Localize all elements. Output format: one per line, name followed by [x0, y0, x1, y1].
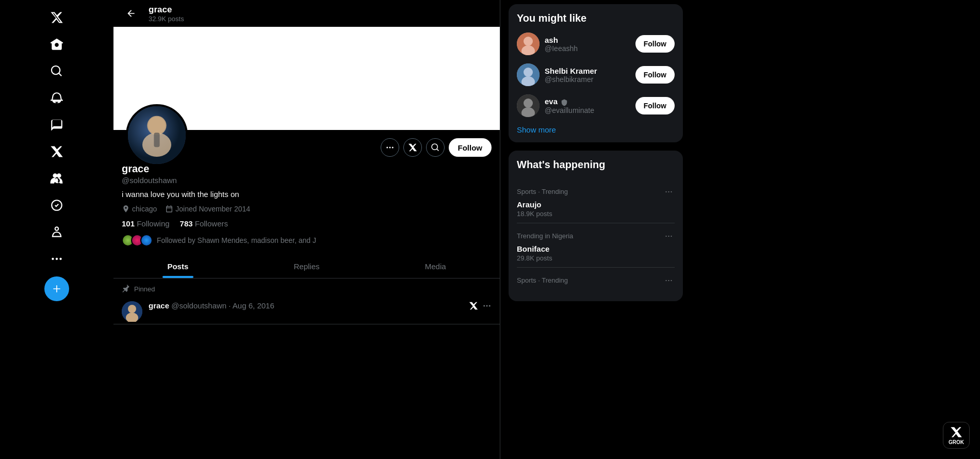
trend-more-boniface[interactable]: ··· — [663, 228, 675, 243]
sidebar-messages[interactable] — [44, 112, 69, 137]
follow-button[interactable]: Follow — [449, 138, 492, 157]
follow-ash-button[interactable]: Follow — [635, 35, 675, 53]
post-meta: grace @soldoutshawn · Aug 6, 2016 — [149, 301, 463, 310]
profile-bio: i wanna love you with the lights on — [122, 190, 492, 199]
trend-more-sports3[interactable]: ··· — [663, 273, 675, 288]
more-options-button[interactable] — [381, 138, 399, 157]
search-profile-button[interactable] — [426, 138, 445, 157]
svg-point-9 — [389, 147, 390, 149]
trend-meta-araujo: Sports · Trending ··· — [517, 184, 675, 199]
post-more-icon[interactable] — [482, 301, 492, 310]
post-actions — [469, 301, 492, 322]
suggest-handle-eva: @evailluminate — [545, 106, 630, 114]
suggest-item-eva: eva @evailluminate Follow — [517, 94, 675, 117]
back-button[interactable] — [122, 4, 140, 23]
post-user-avatar — [122, 301, 142, 322]
suggest-name-shelbi: Shelbi Kramer — [545, 67, 630, 75]
pinned-text: Pinned — [134, 285, 155, 293]
trend-posts-boniface: 29.8K posts — [517, 254, 675, 262]
suggest-handle-ash: @Ieeashh — [545, 44, 630, 53]
svg-point-14 — [483, 305, 485, 307]
grok-fab-label: GROK — [949, 439, 964, 445]
sidebar-more[interactable] — [44, 247, 69, 271]
followed-avatars — [122, 234, 153, 247]
compose-button[interactable] — [44, 276, 69, 301]
svg-point-2 — [59, 258, 61, 260]
profile-name-header: grace — [149, 5, 184, 15]
follower-avatar-3 — [140, 234, 153, 247]
posts-count-header: 32.9K posts — [149, 15, 184, 23]
profile-avatar-wrap — [126, 104, 188, 166]
follow-eva-button[interactable]: Follow — [635, 97, 675, 114]
svg-point-24 — [524, 99, 533, 108]
profile-tabs: Posts Replies Media — [113, 255, 500, 278]
tab-posts[interactable]: Posts — [113, 255, 242, 278]
svg-point-15 — [486, 305, 488, 307]
profile-stats: 101 Following 783 Followers — [122, 219, 492, 228]
trend-meta-sports3: Sports · Trending ··· — [517, 273, 675, 288]
followers-label: Followers — [195, 219, 228, 228]
post-content: grace @soldoutshawn · Aug 6, 2016 — [149, 301, 463, 322]
svg-point-1 — [56, 258, 58, 260]
sidebar-search[interactable] — [44, 59, 69, 84]
post-author: grace — [149, 301, 169, 310]
sidebar-xpremium[interactable] — [44, 139, 69, 164]
profile-avatar[interactable] — [126, 104, 188, 166]
trend-item-boniface: Trending in Nigeria ··· Boniface 29.8K p… — [517, 223, 675, 268]
you-might-like-title: You might like — [517, 12, 675, 24]
svg-point-12 — [128, 305, 136, 313]
sidebar-communities[interactable] — [44, 166, 69, 191]
suggest-name-eva: eva — [545, 97, 630, 106]
profile-followed-by: Followed by Shawn Mendes, madison beer, … — [122, 234, 492, 247]
show-more-link[interactable]: Show more — [517, 125, 675, 134]
follow-shelbi-button[interactable]: Follow — [635, 66, 675, 84]
following-link[interactable]: 101 Following — [122, 219, 170, 228]
xpremium-post-icon — [469, 301, 478, 310]
grok-fab-button[interactable]: GROK — [943, 422, 970, 449]
sidebar-verified[interactable] — [44, 193, 69, 218]
followers-count: 783 — [180, 219, 193, 228]
followers-link[interactable]: 783 Followers — [180, 219, 228, 228]
tab-replies[interactable]: Replies — [242, 255, 371, 278]
location-meta: chicago — [122, 205, 157, 213]
profile-meta: chicago Joined November 2014 — [122, 205, 492, 213]
joined-meta: Joined November 2014 — [165, 205, 250, 213]
pinned-label: Pinned — [113, 278, 500, 297]
right-sidebar: You might like ash @Ieeashh Follow Shelb… — [500, 0, 691, 459]
tab-media[interactable]: Media — [371, 255, 500, 278]
svg-point-8 — [386, 147, 388, 149]
following-label: Following — [137, 219, 169, 228]
suggest-item-ash: ash @Ieeashh Follow — [517, 32, 675, 55]
following-count: 101 — [122, 219, 135, 228]
svg-point-6 — [148, 117, 166, 135]
svg-point-18 — [524, 37, 533, 46]
suggest-info-shelbi: Shelbi Kramer @shelbikramer — [545, 67, 630, 84]
location-text: chicago — [132, 205, 157, 213]
trend-more-araujo[interactable]: ··· — [663, 184, 675, 199]
svg-point-0 — [52, 258, 54, 260]
sidebar-profile[interactable] — [44, 220, 69, 244]
verified-badge-icon — [561, 99, 568, 106]
profile-banner — [113, 27, 500, 130]
suggest-avatar-shelbi — [517, 63, 540, 86]
trend-item-araujo: Sports · Trending ··· Araujo 18.9K posts — [517, 179, 675, 223]
suggest-avatar-ash — [517, 32, 540, 55]
trend-topic-araujo[interactable]: Araujo — [517, 200, 675, 209]
svg-point-21 — [524, 68, 533, 77]
profile-handle: @soldoutshawn — [122, 176, 492, 185]
suggest-info-eva: eva @evailluminate — [545, 97, 630, 114]
post-date: Aug 6, 2016 — [233, 301, 274, 310]
sidebar-x-logo[interactable] — [44, 5, 69, 30]
whats-happening-title: What's happening — [517, 159, 675, 171]
trend-meta-boniface: Trending in Nigeria ··· — [517, 228, 675, 243]
sidebar-home[interactable] — [44, 32, 69, 57]
you-might-like-widget: You might like ash @Ieeashh Follow Shelb… — [509, 4, 683, 142]
joined-text: Joined November 2014 — [175, 205, 250, 213]
profile-info: grace @soldoutshawn i wanna love you wit… — [113, 163, 500, 253]
sidebar-notifications[interactable] — [44, 86, 69, 110]
trend-topic-boniface[interactable]: Boniface — [517, 244, 675, 253]
post-handle: @soldoutshawn — [171, 301, 226, 310]
suggest-avatar-eva — [517, 94, 540, 117]
trend-item-sports3: Sports · Trending ··· — [517, 268, 675, 293]
xpremium-button[interactable] — [403, 138, 422, 157]
